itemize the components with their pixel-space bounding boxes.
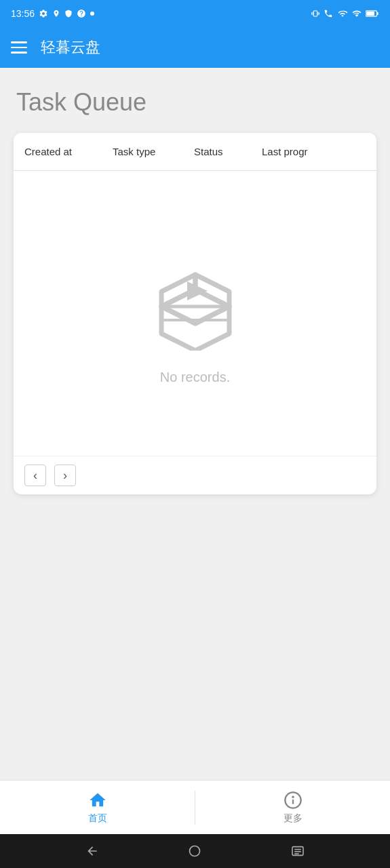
dot-indicator bbox=[90, 12, 94, 16]
status-bar: 13:56 bbox=[0, 0, 390, 27]
battery-icon bbox=[366, 9, 379, 18]
col-status: Status bbox=[194, 146, 262, 157]
android-nav-bar bbox=[0, 834, 390, 868]
settings-icon bbox=[39, 9, 48, 18]
pagination: ‹ › bbox=[14, 456, 376, 494]
time-display: 13:56 bbox=[11, 8, 35, 19]
empty-message: No records. bbox=[160, 370, 230, 385]
empty-state-icon bbox=[148, 256, 243, 351]
table-header: Created at Task type Status Last progr bbox=[14, 133, 376, 171]
app-title: 轻暮云盘 bbox=[41, 37, 100, 58]
empty-state: No records. bbox=[14, 171, 376, 456]
signal-icon bbox=[352, 9, 362, 18]
call-icon bbox=[324, 9, 333, 18]
svg-rect-1 bbox=[377, 12, 378, 15]
col-created-at: Created at bbox=[24, 146, 113, 157]
status-right bbox=[311, 9, 379, 18]
android-recents-button[interactable] bbox=[289, 842, 307, 860]
col-last-progress: Last progr bbox=[262, 146, 366, 157]
spacer bbox=[0, 644, 390, 781]
next-page-button[interactable]: › bbox=[54, 465, 76, 486]
nav-more-label: 更多 bbox=[284, 812, 303, 825]
nav-more[interactable]: 更多 bbox=[195, 781, 390, 834]
location-icon bbox=[52, 9, 60, 18]
help-icon bbox=[77, 9, 86, 18]
col-task-type: Task type bbox=[113, 146, 194, 157]
task-queue-card: Created at Task type Status Last progr bbox=[14, 133, 376, 494]
prev-page-button[interactable]: ‹ bbox=[24, 465, 46, 486]
vibrate-icon bbox=[311, 9, 319, 18]
android-back-button[interactable] bbox=[83, 842, 101, 860]
status-left: 13:56 bbox=[11, 8, 94, 19]
home-icon bbox=[88, 791, 107, 810]
wifi-icon bbox=[337, 9, 348, 18]
top-bar: 轻暮云盘 bbox=[0, 27, 390, 68]
svg-rect-2 bbox=[366, 12, 374, 16]
info-icon bbox=[284, 791, 303, 810]
page-title: Task Queue bbox=[14, 88, 376, 117]
bottom-nav: 首页 更多 bbox=[0, 780, 390, 834]
android-home-button[interactable] bbox=[186, 842, 203, 860]
shield-icon bbox=[64, 9, 73, 18]
main-content: Task Queue Created at Task type Status L… bbox=[0, 68, 390, 644]
menu-button[interactable] bbox=[11, 41, 27, 54]
nav-home[interactable]: 首页 bbox=[0, 781, 195, 834]
svg-point-13 bbox=[190, 846, 200, 856]
nav-home-label: 首页 bbox=[88, 812, 107, 825]
